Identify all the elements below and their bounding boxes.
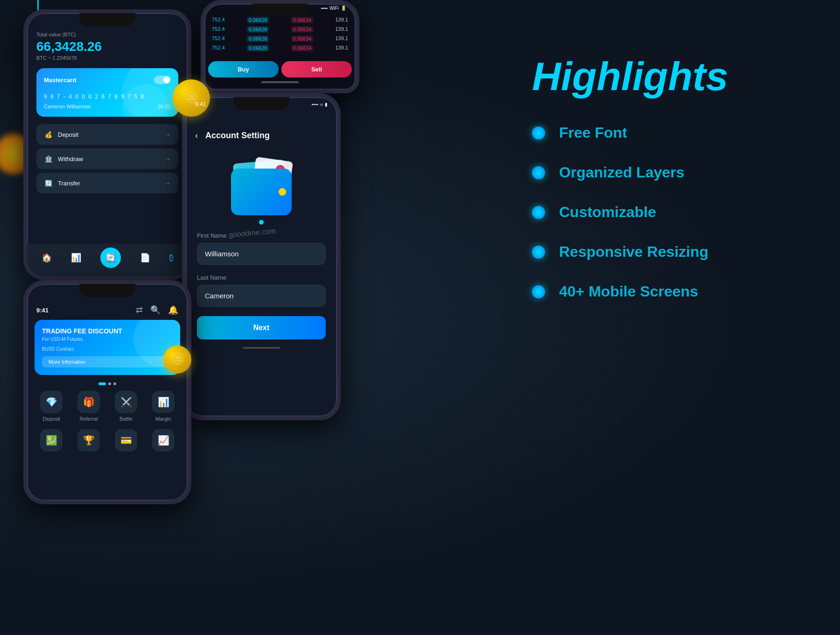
nav-doc[interactable]: 📄 [140,253,150,263]
highlight-dot-3 [532,206,545,219]
account-form: First Name Williamson Last Name Cameron … [186,232,337,339]
icon-2-3[interactable]: 💳 [109,429,143,452]
bell-icon[interactable]: 🔔 [168,305,178,315]
trading-fee-banner[interactable]: TRADING FEE DISCOUNT For USD-M Futures B… [35,320,180,375]
deposit-icon-circle: 💎 [40,391,63,413]
deposit-arrow: → [164,131,171,138]
total-value-label: Total value (BTC) [36,32,178,37]
banner-sub1: For USD-M Futures [42,337,173,342]
last-3: 139.1 [335,35,348,42]
phone-trading: ▪▪▪▪ WiFi 🔋 752.4 0.06628 0.06634 139.1 … [201,0,359,93]
icon-2-4[interactable]: 📈 [147,429,180,452]
icon-deposit[interactable]: 💎 Deposit [35,391,68,422]
wallet-illustration [186,150,337,220]
highlight-free-font: Free Font [532,124,812,141]
banner-sub2: BUSD Contract [42,346,173,352]
icon-2-2-circle: 🏆 [77,429,100,452]
phone-notch-3 [233,97,289,110]
price-4: 752.4 [212,45,225,51]
dot-3 [113,382,116,385]
wifi-icon: WiFi [329,6,339,11]
card-holder: Cameron Williamson [44,104,91,109]
dot-2 [108,382,111,385]
icon-2-1[interactable]: 💹 [35,429,68,452]
mastercard-widget[interactable]: Mastercard 9 6 7 - 4 0 0 0 2 6 7 8 9 7 5… [36,68,178,117]
trading-table: 752.4 0.06628 0.06634 139.1 752.4 0.0662… [204,11,356,57]
highlight-mobile-screens: 40+ Mobile Screens [532,283,812,300]
price-2: 752.4 [212,26,225,33]
swap-icon[interactable]: ⇄ [136,305,143,315]
transfer-arrow: → [164,179,171,187]
page-dots [27,382,188,385]
nav-chart[interactable]: 📊 [71,253,81,263]
banner-title: TRADING FEE DISCOUNT [42,327,173,335]
first-name-input[interactable]: Williamson [197,243,326,265]
buy-button[interactable]: Buy [208,61,279,78]
transfer-label: Transfer [58,180,80,187]
slide-indicator [259,220,264,225]
icon-margin[interactable]: 📊 Margin [147,391,180,422]
deposit-icon: 💰 [44,130,53,139]
signal-icon: ▪▪▪▪ [321,6,328,11]
phone-trading-fee: 9:41 ⇄ 🔍 🔔 TRADING FEE DISCOUNT For USD-… [23,280,191,504]
home-indicator [261,81,299,83]
dot-1 [98,382,106,385]
last-name-input[interactable]: Cameron [197,285,326,307]
margin-icon-circle: 📊 [152,391,175,413]
battery-icon: 🔋 [341,6,346,11]
withdraw-label: Withdraw [58,155,83,162]
last-1: 139.1 [335,17,348,23]
deposit-label: Deposit [58,131,78,138]
last-2: 139.1 [335,26,348,33]
nav-wallet[interactable]: ₿ [169,253,174,263]
highlights-title: Highlights [532,56,812,96]
margin-icon-label: Margin [155,416,171,422]
icon-2-2[interactable]: 🏆 [72,429,105,452]
nav-active[interactable]: 🔄 [100,247,121,268]
ask-4: 0.06634 [291,45,314,51]
highlight-label-2: Organized Layers [559,164,685,181]
status-time-4: 9:41 [36,307,49,314]
account-setting-title: Account Setting [205,131,270,141]
next-button[interactable]: Next [197,316,326,339]
ask-3: 0.06634 [291,35,314,42]
icon-battle[interactable]: ⚔️ Battle [109,391,143,422]
battery-3: ▮ [325,102,328,107]
nav-home[interactable]: 🏠 [42,253,52,263]
bid-1: 0.06628 [247,17,269,23]
bid-2: 0.06628 [247,26,269,33]
icon-grid-2: 💹 🏆 💳 📈 [27,429,188,452]
card-toggle[interactable] [154,76,171,84]
phone-notch-4 [79,284,135,297]
battle-icon-label: Battle [119,416,133,422]
price-1: 752.4 [212,17,225,23]
icon-referral[interactable]: 🎁 Referral [72,391,105,422]
phone-notch-2 [252,4,308,17]
btc-sub: BTC ~ 1.2345678 [36,55,178,61]
icon-2-4-circle: 📈 [152,429,175,452]
icon-2-1-circle: 💹 [40,429,63,452]
search-icon[interactable]: 🔍 [150,305,161,315]
battle-icon-circle: ⚔️ [115,391,137,413]
back-button[interactable]: ‹ [195,131,198,141]
card-number: 9 6 7 - 4 0 0 0 2 6 7 8 9 7 5 8 [44,93,171,100]
withdraw-icon: 🏦 [44,154,53,163]
highlight-responsive-resizing: Responsive Resizing [532,243,812,261]
card-brand: Mastercard [44,77,76,84]
highlight-customizable: Customizable [532,204,812,221]
phone-account-setting: 9:41 ▪▪▪▪ ⌾ ▮ ‹ Account Setting First Na… [182,93,341,420]
trade-buttons: Buy Sell [208,61,352,78]
referral-icon-label: Referral [79,416,98,422]
more-info-button[interactable]: More Infomation [42,356,173,367]
bottom-navigation: 🏠 📊 🔄 📄 ₿ [27,244,188,276]
highlights-panel: Highlights Free Font Organized Layers Cu… [532,56,812,323]
sell-button[interactable]: Sell [281,61,352,78]
transfer-btn[interactable]: 🔄 Transfer → [36,173,178,193]
highlight-dot-1 [532,127,545,140]
deposit-btn[interactable]: 💰 Deposit → [36,124,178,145]
withdraw-btn[interactable]: 🏦 Withdraw → [36,148,178,169]
bid-4: 0.06628 [247,45,269,51]
icon-grid: 💎 Deposit 🎁 Referral ⚔️ Battle 📊 Margin [27,391,188,422]
phone-wallet: Total value (BTC) 66,3428.26 BTC ~ 1.234… [23,9,191,280]
ask-1: 0.06634 [291,17,314,23]
